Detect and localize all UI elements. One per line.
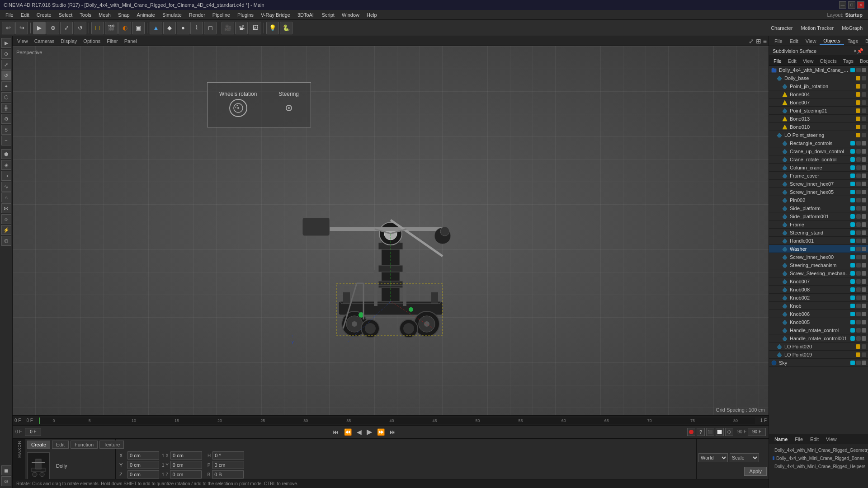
object-item-19[interactable]: Frame xyxy=(769,221,868,229)
object-item-14[interactable]: Screw_inner_hex07 xyxy=(769,180,868,188)
edge-mode-button[interactable]: ⌇ xyxy=(190,22,203,34)
tab-edit[interactable]: Edit xyxy=(52,441,69,449)
motion-tracker-tab[interactable]: Motion Tracker xyxy=(797,24,837,32)
object-pattern-dot[interactable] xyxy=(862,100,866,105)
object-visibility-dot[interactable] xyxy=(862,296,866,300)
object-pattern-dot[interactable] xyxy=(856,263,861,267)
obj-header-tab-view[interactable]: View xyxy=(800,57,816,65)
key-button[interactable]: ⬛ xyxy=(706,428,714,436)
menu-animate[interactable]: Animate xyxy=(133,11,159,19)
object-color-dot[interactable] xyxy=(850,255,855,259)
object-visibility-dot[interactable] xyxy=(862,336,866,341)
rbot-tab-edit[interactable]: Edit xyxy=(807,436,822,443)
file-item-1[interactable]: Dolly_4x4_with_Mini_Crane_Rigged_Bones xyxy=(771,454,866,462)
film-button[interactable]: 🎬 xyxy=(105,22,118,34)
right-tab-tags[interactable]: Tags xyxy=(844,38,862,45)
apply-button[interactable]: Apply xyxy=(744,467,767,476)
left-tool-7[interactable]: ╋ xyxy=(1,103,11,113)
object-color-dot[interactable] xyxy=(856,100,860,105)
object-item-22[interactable]: Washer xyxy=(769,245,868,253)
obj-header-tab-tags[interactable]: Tags xyxy=(840,57,856,65)
autokey-button[interactable]: ⬡ xyxy=(725,428,733,436)
object-pattern-dot[interactable] xyxy=(862,133,866,137)
object-color-dot[interactable] xyxy=(850,198,855,202)
subdiv-pin-button[interactable]: 📌 xyxy=(857,48,863,54)
menu-3dtoall[interactable]: 3DToAll xyxy=(294,11,318,19)
render-button[interactable]: ◐ xyxy=(118,22,131,34)
rbot-tab-view[interactable]: View xyxy=(822,436,840,443)
object-visibility-dot[interactable] xyxy=(862,255,866,259)
viewport-menu-filter[interactable]: Filter xyxy=(104,38,120,44)
obj-header-tab-objects[interactable]: Objects xyxy=(817,57,839,65)
left-tool-18[interactable]: ⚡ xyxy=(1,225,11,235)
go-start-button[interactable]: ⏮ xyxy=(331,428,341,436)
left-tool-5[interactable]: ✦ xyxy=(1,81,11,91)
help-button[interactable]: ? xyxy=(697,428,705,436)
object-color-dot[interactable] xyxy=(850,165,855,170)
redo-button[interactable]: ↪ xyxy=(15,22,28,34)
object-color-dot[interactable] xyxy=(856,84,860,89)
right-tab-bookmarks[interactable]: Bookmarks xyxy=(862,38,868,45)
left-tool-10[interactable]: ~ xyxy=(1,136,11,145)
play-button[interactable]: ▶ xyxy=(365,427,374,436)
right-tab-edit[interactable]: Edit xyxy=(786,38,802,45)
point-mode-button[interactable]: ● xyxy=(177,22,189,34)
object-pattern-dot[interactable] xyxy=(856,182,861,186)
object-color-dot[interactable] xyxy=(850,361,855,365)
menu-select[interactable]: Select xyxy=(55,11,76,19)
file-item-2[interactable]: Dolly_4x4_with_Mini_Crane_Rigged_Helpers xyxy=(771,462,866,470)
menu-mesh[interactable]: Mesh xyxy=(95,11,114,19)
object-pattern-dot[interactable] xyxy=(856,296,861,300)
object-color-dot[interactable] xyxy=(850,222,855,227)
model-mode-button[interactable]: ▲ xyxy=(150,22,162,34)
object-visibility-dot[interactable] xyxy=(862,68,866,72)
object-visibility-dot[interactable] xyxy=(862,230,866,235)
viewport[interactable]: Perspective Wheels rotation Steering xyxy=(13,46,769,415)
right-tab-objects[interactable]: Objects xyxy=(820,37,844,45)
rbot-tab-name[interactable]: Name xyxy=(771,436,791,443)
scale-select[interactable]: Scale xyxy=(730,453,759,462)
select-tool-button[interactable]: ▶ xyxy=(33,22,46,34)
viewport-menu-cameras[interactable]: Cameras xyxy=(32,38,57,44)
world-select[interactable]: World xyxy=(698,453,728,462)
left-tool-9[interactable]: $ xyxy=(1,125,11,135)
object-visibility-dot[interactable] xyxy=(862,320,866,324)
timeline-ruler[interactable]: 0 5 10 15 20 25 30 35 40 45 50 55 60 65 … xyxy=(38,418,755,424)
prev-frame-button[interactable]: ⏪ xyxy=(342,428,354,436)
object-color-dot[interactable] xyxy=(850,296,855,300)
object-visibility-dot[interactable] xyxy=(862,174,866,178)
left-tool-11[interactable]: ⬢ xyxy=(1,149,11,159)
object-color-dot[interactable] xyxy=(856,76,860,80)
object-item-28[interactable]: Knob002 xyxy=(769,294,868,302)
left-tool-12[interactable]: ◈ xyxy=(1,160,11,170)
object-item-29[interactable]: Knob xyxy=(769,302,868,310)
scale-tool-button[interactable]: ⤢ xyxy=(60,22,73,34)
object-visibility-dot[interactable] xyxy=(862,239,866,243)
object-item-36[interactable]: Sky xyxy=(769,359,868,367)
object-color-dot[interactable] xyxy=(850,312,855,316)
viewport-render-region-button[interactable]: 🖼 xyxy=(249,22,261,34)
object-item-18[interactable]: Side_platform001 xyxy=(769,212,868,221)
object-pattern-dot[interactable] xyxy=(862,84,866,89)
obj-header-tab-bookmarks[interactable]: Bookmarks xyxy=(857,57,868,65)
menu-tools[interactable]: Tools xyxy=(76,11,95,19)
object-item-16[interactable]: Pin002 xyxy=(769,196,868,204)
object-item-5[interactable]: Point_steering01 xyxy=(769,107,868,115)
object-pattern-dot[interactable] xyxy=(862,344,866,349)
keyframe-button[interactable]: ⬜ xyxy=(716,428,724,436)
undo-button[interactable]: ↩ xyxy=(2,22,14,34)
object-visibility-dot[interactable] xyxy=(862,190,866,194)
object-color-dot[interactable] xyxy=(850,247,855,251)
frame-number-input[interactable] xyxy=(25,428,41,436)
object-color-dot[interactable] xyxy=(856,344,860,349)
viewport-menu-view[interactable]: View xyxy=(14,38,31,44)
close-button[interactable]: × xyxy=(857,1,864,9)
menu-snap[interactable]: Snap xyxy=(114,11,133,19)
object-color-dot[interactable] xyxy=(850,230,855,235)
left-tool-material[interactable]: ◼ xyxy=(1,465,11,475)
left-tool-19[interactable]: ⏣ xyxy=(1,236,11,246)
left-tool-8[interactable]: ⚙ xyxy=(1,114,11,124)
menu-simulate[interactable]: Simulate xyxy=(159,11,185,19)
left-tool-13[interactable]: ⊸ xyxy=(1,171,11,181)
object-item-2[interactable]: Point_jib_rotation xyxy=(769,82,868,90)
